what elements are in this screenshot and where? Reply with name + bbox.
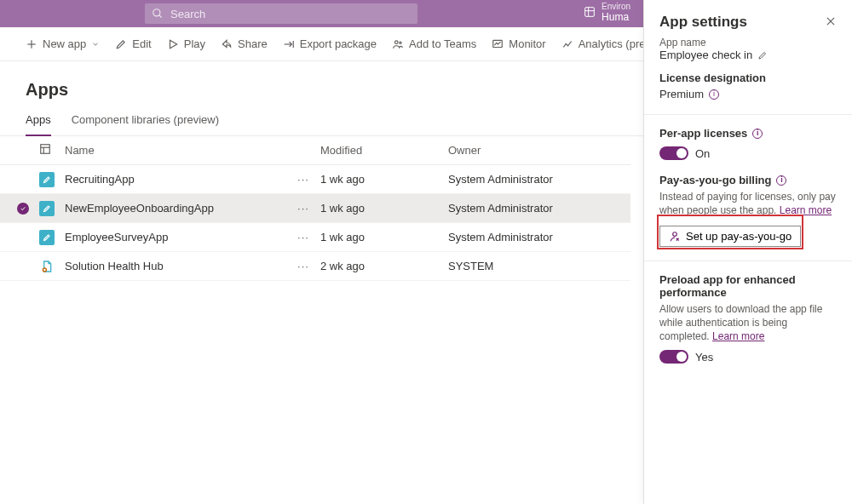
- pencil-icon: [115, 38, 127, 50]
- svg-point-9: [400, 42, 401, 43]
- table-row[interactable]: RecruitingApp···1 wk agoSystem Administr…: [0, 165, 630, 194]
- owner-cell: System Administrator: [448, 202, 619, 215]
- col-owner[interactable]: Owner: [448, 144, 619, 157]
- divider: [644, 114, 852, 115]
- table-row[interactable]: Solution Health Hub···2 wk agoSYSTEM: [0, 252, 630, 281]
- owner-cell: System Administrator: [448, 231, 619, 243]
- preload-title: Preload app for enhanced performance: [659, 273, 838, 299]
- col-name[interactable]: Name: [65, 144, 286, 157]
- analytics-icon: [561, 38, 573, 50]
- monitor-button[interactable]: Monitor: [492, 37, 545, 50]
- modified-cell: 2 wk ago: [320, 260, 448, 272]
- table-row[interactable]: NewEmployeeOnboardingApp···1 wk agoSyste…: [0, 194, 630, 223]
- app-name-label: App name: [659, 37, 838, 49]
- search-input[interactable]: [169, 7, 411, 21]
- edit-label: Edit: [132, 37, 151, 50]
- global-search[interactable]: [145, 3, 417, 24]
- row-selected-indicator: [17, 203, 29, 215]
- export-icon: [283, 38, 295, 50]
- owner-cell: System Administrator: [448, 173, 619, 186]
- app-settings-panel: App settings App name Employee check in …: [643, 0, 852, 504]
- share-icon: [221, 38, 233, 50]
- row-more-button[interactable]: ···: [286, 173, 320, 186]
- search-icon: [152, 8, 164, 20]
- divider: [644, 261, 852, 261]
- preload-toggle-value: Yes: [695, 351, 713, 364]
- per-app-licenses-title: Per-app licenses i: [659, 127, 838, 140]
- environment-picker[interactable]: Environ Huma: [583, 2, 630, 22]
- monitor-icon: [492, 38, 504, 50]
- environment-value: Huma: [602, 12, 630, 22]
- payg-learn-more-link[interactable]: Learn more: [780, 204, 832, 216]
- panel-title: App settings: [659, 14, 747, 31]
- payg-title: Pay-as-you-go billing i: [659, 174, 838, 186]
- setup-payg-button[interactable]: Set up pay-as-you-go: [659, 226, 801, 247]
- teams-icon: [392, 38, 404, 50]
- plus-icon: [26, 38, 37, 50]
- export-label: Export package: [300, 37, 377, 50]
- export-button[interactable]: Export package: [283, 37, 377, 50]
- svg-point-18: [673, 232, 677, 236]
- play-label: Play: [184, 37, 205, 50]
- preload-learn-more-link[interactable]: Learn more: [712, 330, 764, 342]
- table-row[interactable]: EmployeeSurveyApp···1 wk agoSystem Admin…: [0, 223, 630, 252]
- app-name-cell[interactable]: NewEmployeeOnboardingApp: [65, 202, 286, 215]
- environment-label: Environ: [602, 2, 630, 12]
- owner-cell: SYSTEM: [448, 260, 619, 272]
- svg-marker-5: [170, 40, 176, 48]
- play-icon: [167, 38, 179, 50]
- apps-table: Name Modified Owner RecruitingApp···1 wk…: [0, 136, 630, 281]
- per-app-licenses-toggle[interactable]: [659, 146, 688, 160]
- tab-component-libraries[interactable]: Component libraries (preview): [72, 106, 219, 135]
- canvas-app-icon: [39, 230, 55, 245]
- payg-description: Instead of paying for licenses, only pay…: [659, 190, 838, 217]
- new-app-button[interactable]: New app: [26, 37, 100, 50]
- svg-line-1: [159, 15, 162, 18]
- modified-cell: 1 wk ago: [320, 173, 448, 186]
- row-more-button[interactable]: ···: [286, 260, 320, 272]
- model-app-icon: [39, 259, 55, 274]
- modified-cell: 1 wk ago: [320, 202, 448, 215]
- preload-toggle[interactable]: [659, 350, 688, 364]
- svg-rect-12: [41, 145, 50, 154]
- monitor-label: Monitor: [509, 37, 545, 50]
- svg-point-8: [395, 40, 399, 43]
- teams-label: Add to Teams: [409, 37, 476, 50]
- svg-rect-2: [585, 8, 595, 17]
- share-label: Share: [238, 37, 268, 50]
- edit-app-name-icon[interactable]: [757, 50, 768, 60]
- close-panel-button[interactable]: [823, 14, 838, 32]
- environment-icon: [583, 5, 596, 19]
- payg-info-icon[interactable]: i: [776, 175, 786, 186]
- preload-description: Allow users to download the app file whi…: [659, 302, 838, 343]
- app-name-cell[interactable]: EmployeeSurveyApp: [65, 231, 286, 243]
- close-icon: [825, 15, 837, 27]
- license-info-icon[interactable]: i: [709, 89, 719, 100]
- svg-point-0: [153, 9, 160, 16]
- edit-button[interactable]: Edit: [115, 37, 151, 50]
- license-designation-value: Premium: [659, 88, 704, 100]
- chevron-down-icon: [91, 40, 100, 49]
- canvas-app-icon: [39, 201, 55, 216]
- play-button[interactable]: Play: [167, 37, 205, 50]
- setup-payg-label: Set up pay-as-you-go: [686, 230, 792, 243]
- canvas-app-icon: [39, 172, 55, 187]
- app-name-cell[interactable]: RecruitingApp: [65, 173, 286, 186]
- modified-cell: 1 wk ago: [320, 231, 448, 243]
- teams-button[interactable]: Add to Teams: [392, 37, 476, 50]
- payg-label: Pay-as-you-go billing: [659, 174, 771, 186]
- payg-setup-icon: [669, 231, 681, 243]
- tab-apps[interactable]: Apps: [26, 106, 51, 136]
- share-button[interactable]: Share: [221, 37, 268, 50]
- per-app-toggle-value: On: [695, 147, 710, 160]
- per-app-info-icon[interactable]: i: [752, 129, 763, 139]
- per-app-licenses-label: Per-app licenses: [659, 127, 747, 140]
- app-name-value: Employee check in: [659, 49, 752, 61]
- new-app-label: New app: [43, 37, 86, 50]
- col-modified[interactable]: Modified: [320, 144, 448, 157]
- row-more-button[interactable]: ···: [286, 231, 320, 243]
- column-picker-icon[interactable]: [39, 143, 51, 155]
- row-more-button[interactable]: ···: [286, 202, 320, 215]
- app-name-cell[interactable]: Solution Health Hub: [65, 260, 286, 272]
- svg-point-15: [43, 268, 46, 272]
